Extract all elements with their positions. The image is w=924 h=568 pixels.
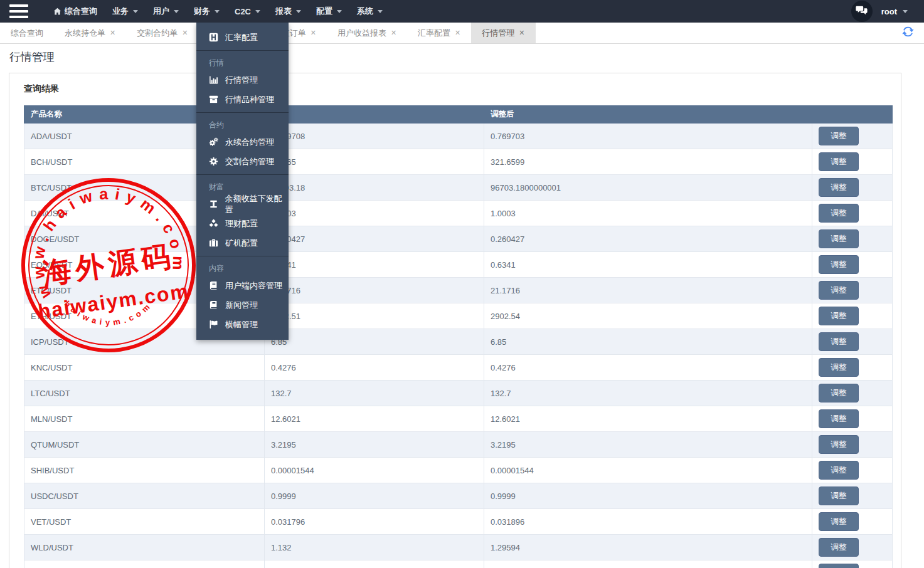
adjust-button[interactable]: 调整 [819,461,859,480]
menu-item-label: 余额收益下发配置 [225,193,289,216]
adjust-button[interactable]: 调整 [819,384,859,402]
close-icon[interactable]: ✕ [110,29,115,37]
close-icon[interactable]: ✕ [519,29,524,37]
nav-item-users[interactable]: 用户 [150,0,182,23]
adjust-button[interactable]: 调整 [819,307,859,325]
adjust-button[interactable]: 调整 [819,152,859,171]
cell-before-value: 2902.51 [265,303,484,329]
adjust-button[interactable]: 调整 [819,255,859,274]
nav-item-finance[interactable]: 财务 [191,0,223,23]
hamburger-menu-button[interactable] [9,4,28,18]
cell-product-name: USDC/USDT [24,483,265,509]
cell-actions: 调整 [812,458,893,483]
menu-item-client-content-management[interactable]: 用户端内容管理 [196,276,289,295]
menu-item-news-management[interactable]: 新闻管理 [196,295,289,315]
adjust-button[interactable]: 调整 [819,127,859,145]
caret-down-icon [133,10,138,13]
nav-item-system[interactable]: 系统 [354,0,386,23]
close-icon[interactable]: ✕ [391,29,396,37]
cell-before-value: 2.69036 [265,560,484,568]
menu-item-wealth-config[interactable]: 理财配置 [196,214,289,233]
tab-perpetual-positions[interactable]: 永续持仓单 ✕ [54,23,126,43]
cell-adjusted-value: 0.769703 [484,124,812,149]
text-height-icon [209,199,219,209]
menu-item-banner-management[interactable]: 横幅管理 [196,315,289,334]
main-content: 行情管理 查询结果 产品名称 调整后 ADA/USDT 0.769708 0.7… [0,50,924,568]
menu-section-header: 内容 [196,258,289,276]
table-row: XRP/USDT 2.69036 2.74036 调整 [24,560,893,568]
adjust-button[interactable]: 调整 [819,204,859,223]
caret-down-icon [337,10,342,13]
adjust-button[interactable]: 调整 [819,564,859,568]
tab-exchange-rate-config[interactable]: 汇率配置 ✕ [407,23,471,43]
refresh-button[interactable] [902,26,914,39]
menu-section-header: 行情 [196,53,289,70]
cell-actions: 调整 [812,124,893,149]
nav-item-business[interactable]: 业务 [109,0,141,23]
adjust-button[interactable]: 调整 [819,178,859,197]
tab-label: 交割合约单 [137,28,178,39]
adjust-button[interactable]: 调整 [819,229,859,248]
menu-section-header: 合约 [196,115,289,132]
adjust-button[interactable]: 调整 [819,538,859,557]
adjust-button[interactable]: 调整 [819,332,859,351]
cell-adjusted-value: 0.00001544 [484,458,812,483]
cell-actions: 调整 [812,252,893,278]
book-icon [209,281,219,290]
close-icon[interactable]: ✕ [182,29,188,37]
cell-product-name: QTUM/USDT [24,432,265,458]
menu-item-delivery-contract-management[interactable]: 交割合约管理 [196,152,289,171]
nav-item-label: 业务 [112,6,129,17]
table-row: WLD/USDT 1.132 1.29594 调整 [24,535,893,560]
table-row: LTC/USDT 132.7 132.7 调整 [24,381,893,406]
cell-before-value: 96703.18 [265,175,484,201]
nav-item-config[interactable]: 配置 [313,0,345,23]
menu-item-label: 理财配置 [225,218,258,229]
c2c-dropdown-menu: 汇率配置 行情 行情管理 行情品种管理 合约 永续合约管理 交割合约管理 财富 … [196,23,289,340]
adjust-button[interactable]: 调整 [819,435,859,454]
nav-item-reports[interactable]: 报表 [272,0,304,23]
tab-comprehensive-query[interactable]: 综合查询 [0,23,54,43]
adjust-button[interactable]: 调整 [819,358,859,377]
nav-item-comprehensive-query[interactable]: 综合查询 [50,0,100,23]
cell-adjusted-value: 2902.54 [484,303,812,329]
caret-down-icon [215,10,220,13]
cell-actions: 调整 [812,149,893,175]
col-before [265,106,484,124]
menu-item-label: 永续合约管理 [225,137,274,148]
col-actions [812,106,893,124]
adjust-button[interactable]: 调整 [819,512,859,531]
menu-item-perpetual-contract-management[interactable]: 永续合约管理 [196,132,289,152]
tab-label: 永续持仓单 [65,28,105,39]
tab-label: 综合查询 [11,28,43,39]
cogs-icon [209,137,219,147]
cell-actions: 调整 [812,483,893,509]
nav-item-c2c[interactable]: C2C [231,0,263,23]
flag-icon [209,320,219,329]
cell-adjusted-value: 6.85 [484,329,812,355]
user-menu[interactable]: root [881,7,908,16]
table-row: BCH/USDT 321.65 321.6599 调整 [24,149,893,175]
tab-delivery-contracts[interactable]: 交割合约单 ✕ [126,23,198,43]
cell-adjusted-value: 21.1716 [484,278,812,303]
close-icon[interactable]: ✕ [455,29,460,37]
cell-before-value: 12.6021 [265,406,484,432]
menu-item-market-symbol-management[interactable]: 行情品种管理 [196,90,289,109]
menu-item-balance-profit-distribution-config[interactable]: 余额收益下发配置 [196,194,289,214]
adjust-button[interactable]: 调整 [819,281,859,300]
tab-market-management[interactable]: 行情管理 ✕ [471,23,535,43]
messages-button[interactable] [851,1,873,22]
navbar-right: root [851,1,924,22]
panel-title: 查询结果 [24,83,890,95]
adjust-button[interactable]: 调整 [819,409,859,428]
menu-item-exchange-rate-config[interactable]: 汇率配置 [196,28,289,47]
menu-item-label: 矿机配置 [225,238,258,249]
nav-item-label: 系统 [357,6,373,17]
menu-item-market-management[interactable]: 行情管理 [196,70,289,90]
menu-item-miner-config[interactable]: 矿机配置 [196,233,289,253]
refresh-icon [902,30,914,39]
cell-before-value: 132.7 [265,381,484,406]
tab-user-profit-report[interactable]: 用户收益报表 ✕ [327,23,407,43]
adjust-button[interactable]: 调整 [819,486,859,505]
close-icon[interactable]: ✕ [311,29,316,37]
